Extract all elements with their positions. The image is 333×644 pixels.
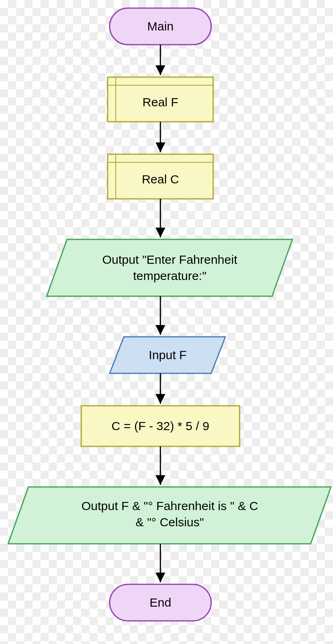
node-out2-label-line2: & "° Celsius" — [136, 515, 204, 529]
node-declF-label: Real F — [143, 95, 178, 109]
node-start-label: Main — [147, 19, 173, 33]
node-in1: Input F — [110, 337, 225, 373]
node-declC-label: Real C — [142, 172, 179, 186]
node-start: Main — [110, 8, 211, 45]
node-proc1: C = (F - 32) * 5 / 9 — [81, 406, 240, 446]
node-out2-label-line1: Output F & "° Fahrenheit is " & C — [81, 499, 258, 513]
node-out1: Output "Enter Fahrenheit temperature:" — [47, 239, 292, 296]
node-declC: Real C — [108, 154, 213, 199]
svg-marker-7 — [47, 239, 292, 296]
node-in1-label: Input F — [149, 348, 186, 362]
node-proc1-label: C = (F - 32) * 5 / 9 — [112, 419, 210, 433]
node-out1-label-line1: Output "Enter Fahrenheit — [102, 253, 238, 266]
node-out2: Output F & "° Fahrenheit is " & C & "° C… — [8, 487, 331, 544]
node-declF: Real F — [108, 77, 213, 122]
node-end-label: End — [149, 596, 171, 609]
flowchart-canvas: Main Real F Real C Output "Enter Fahrenh… — [0, 0, 333, 644]
node-end: End — [110, 584, 211, 621]
node-out1-label-line2: temperature:" — [133, 269, 207, 282]
